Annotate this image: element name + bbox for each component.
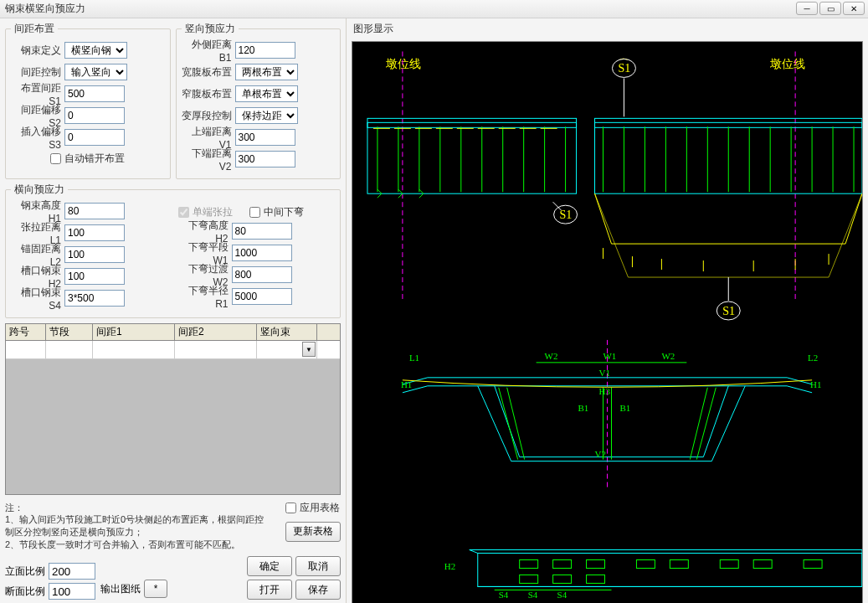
output-button[interactable]: *	[144, 580, 167, 598]
br1-label: 下弯半径R1	[178, 284, 232, 310]
svg-text:W2: W2	[661, 351, 675, 361]
svg-text:S1: S1	[560, 209, 573, 221]
b1-input[interactable]	[235, 42, 295, 59]
group-lateral-legend: 横向预应力	[11, 183, 68, 197]
svg-text:墩位线: 墩位线	[769, 58, 805, 70]
svg-rect-81	[636, 559, 655, 568]
svg-rect-88	[587, 575, 605, 583]
h2-input[interactable]	[64, 268, 125, 285]
s3-input[interactable]	[64, 129, 125, 146]
graphics-canvas: 墩位线	[352, 41, 863, 603]
b1-label: 外侧距离B1	[182, 38, 235, 64]
def-select[interactable]: 横竖向钢	[64, 42, 127, 59]
elev-input[interactable]	[49, 563, 95, 580]
group-spacing-legend: 间距布置	[11, 22, 58, 36]
narrow-label: 窄腹板布置	[182, 87, 235, 101]
group-spacing: 间距布置 钢束定义 横竖向钢 间距控制 输入竖向 布置间距S1 间距偏移S2	[5, 22, 171, 179]
svg-line-59	[507, 388, 525, 460]
svg-text:墩位线: 墩位线	[385, 58, 421, 70]
auto-checkbox[interactable]	[50, 153, 61, 164]
svg-text:B1: B1	[578, 403, 589, 413]
col-vertical: 竖向束	[257, 324, 317, 340]
svg-rect-80	[587, 559, 605, 568]
minimize-button[interactable]: ─	[796, 2, 818, 15]
save-button[interactable]: 保存	[295, 580, 341, 600]
svg-text:S4: S4	[528, 590, 538, 600]
ctrl-select[interactable]: 输入竖向	[64, 64, 127, 80]
notes: 注： 1、输入间距为节段施工时近0号块侧起的布置距离，根据间距控制区分控制竖向还…	[5, 502, 272, 551]
data-table: 跨号 节段 间距1 间距2 竖向束 ▼	[5, 323, 341, 495]
v2-input[interactable]	[235, 151, 295, 168]
out-label: 输出图纸	[100, 582, 141, 596]
col-spacing1: 间距1	[93, 324, 175, 340]
h1-input[interactable]	[64, 203, 125, 219]
svg-rect-84	[753, 559, 772, 568]
close-button[interactable]: ✕	[843, 2, 865, 15]
window-title: 钢束横竖向预应力	[5, 2, 85, 16]
mid-checkbox[interactable]	[249, 207, 260, 218]
v2-label: 下端距离V2	[182, 147, 235, 173]
svg-rect-79	[553, 559, 572, 568]
svg-text:W1: W1	[603, 351, 617, 361]
apply-table-checkbox[interactable]	[285, 502, 296, 513]
svg-text:V2: V2	[595, 449, 606, 459]
s3-label: 插入偏移S3	[11, 125, 64, 151]
svg-rect-83	[720, 559, 738, 568]
dropdown-icon[interactable]: ▼	[302, 342, 316, 357]
cancel-button[interactable]: 取消	[295, 556, 341, 576]
col-segment: 节段	[46, 324, 93, 340]
maximize-button[interactable]: ▭	[819, 2, 841, 15]
v1-input[interactable]	[235, 129, 295, 146]
svg-text:H1: H1	[810, 379, 821, 389]
bh2-input[interactable]	[232, 223, 292, 240]
svg-rect-78	[520, 559, 538, 568]
svg-rect-87	[553, 575, 572, 583]
svg-text:B1: B1	[619, 403, 630, 413]
bw2-input[interactable]	[232, 266, 292, 283]
thick-select[interactable]: 保持边距	[235, 107, 298, 124]
svg-text:S1: S1	[618, 62, 630, 75]
svg-text:S4: S4	[499, 590, 509, 600]
s2-input[interactable]	[64, 107, 125, 124]
col-spacing2: 间距2	[175, 324, 257, 340]
s1-input[interactable]	[64, 85, 125, 102]
narrow-select[interactable]: 单根布置	[235, 85, 298, 102]
graphics-header: 图形显示	[347, 18, 868, 39]
svg-rect-77	[478, 553, 862, 586]
auto-label: 自动错开布置	[64, 152, 125, 166]
svg-rect-86	[520, 575, 538, 583]
refresh-button[interactable]: 更新表格	[285, 522, 341, 542]
ctrl-label: 间距控制	[11, 65, 64, 80]
note-1: 1、输入间距为节段施工时近0号块侧起的布置距离，根据间距控制区分控制竖向还是横向…	[5, 513, 272, 539]
notes-header: 注：	[5, 502, 272, 514]
elev-label: 立面比例	[5, 564, 49, 579]
note-2: 2、节段长度一致时才可合并输入，否则布置可能不匹配。	[5, 539, 272, 551]
br1-input[interactable]	[232, 288, 292, 305]
svg-text:H1: H1	[401, 379, 412, 389]
s4-input[interactable]	[64, 290, 125, 307]
svg-line-58	[499, 388, 518, 460]
sect-label: 断面比例	[5, 585, 49, 599]
right-panel: 图形显示 墩位线	[347, 18, 868, 603]
ok-button[interactable]: 确定	[247, 556, 292, 576]
open-button[interactable]: 打开	[247, 580, 292, 600]
l1-input[interactable]	[64, 224, 125, 241]
s4-label: 槽口钢束S4	[11, 286, 64, 312]
svg-text:L1: L1	[409, 353, 419, 363]
table-row[interactable]: ▼	[6, 341, 340, 359]
sect-input[interactable]	[49, 583, 95, 600]
svg-text:V1: V1	[599, 368, 610, 378]
l2-input[interactable]	[64, 246, 125, 263]
group-vertical: 竖向预应力 外侧距离B1 宽腹板布置 两根布置 窄腹板布置 单根布置 变厚段控制…	[176, 22, 342, 179]
col-span: 跨号	[6, 324, 46, 340]
def-label: 钢束定义	[11, 44, 64, 58]
group-lateral: 横向预应力 钢束高度H1 张拉距离L1 锚固距离L2	[5, 183, 341, 318]
wide-label: 宽腹板布置	[182, 65, 235, 80]
bw1-input[interactable]	[232, 245, 292, 261]
svg-line-62	[690, 388, 707, 460]
wide-select[interactable]: 两根布置	[235, 64, 298, 80]
svg-text:H3: H3	[599, 386, 611, 396]
thick-label: 变厚段控制	[182, 109, 235, 123]
svg-text:S1: S1	[722, 305, 735, 317]
svg-rect-85	[804, 559, 822, 568]
